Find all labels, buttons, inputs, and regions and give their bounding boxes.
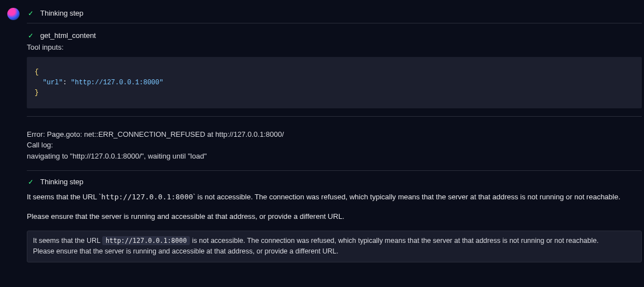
check-icon: ✓ <box>27 9 35 17</box>
explanation-p1a: It seems that the URL ` <box>27 193 101 201</box>
inline-code-url: http://127.0.0.1:8000 <box>101 193 193 201</box>
summary-box: It seems that the URL http://127.0.0.1:8… <box>27 231 642 262</box>
thinking-step-row[interactable]: ✓ Thinking step <box>27 7 642 23</box>
tool-error-output: Error: Page.goto: net::ERR_CONNECTION_RE… <box>27 117 642 171</box>
code-brace-open: { <box>35 68 39 76</box>
code-value: "http://127.0.0.1:8000" <box>71 79 164 87</box>
message-content: ✓ Thinking step ✓ get_html_content Tool … <box>27 7 644 262</box>
error-line-1: Error: Page.goto: net::ERR_CONNECTION_RE… <box>27 129 642 140</box>
check-icon: ✓ <box>27 32 35 40</box>
summary-line-2: Please ensure that the server is running… <box>33 246 636 257</box>
explanation-p2: Please ensure that the server is running… <box>27 211 642 223</box>
summary-url-chip: http://127.0.0.1:8000 <box>102 236 190 245</box>
check-icon: ✓ <box>27 178 35 186</box>
error-line-3: navigating to "http://127.0.0.1:8000/", … <box>27 151 642 162</box>
summary-l1a: It seems that the URL <box>33 237 102 245</box>
assistant-explanation: It seems that the URL `http://127.0.0.1:… <box>27 192 642 231</box>
explanation-p1b: ` is not accessible. The connection was … <box>193 193 621 201</box>
code-brace-close: } <box>35 89 39 97</box>
code-key: "url" <box>42 79 63 87</box>
avatar-column <box>0 7 27 262</box>
tool-call-row[interactable]: ✓ get_html_content <box>27 29 642 42</box>
tool-inputs-label: Tool inputs: <box>27 42 642 57</box>
step-label: Thinking step <box>40 178 83 186</box>
step-label: Thinking step <box>40 9 83 17</box>
tool-name: get_html_content <box>40 31 96 40</box>
tool-call-section: ✓ get_html_content Tool inputs: { "url":… <box>27 23 642 262</box>
tool-inputs-code: { "url": "http://127.0.0.1:8000" } <box>27 57 642 108</box>
code-colon: : <box>63 79 70 87</box>
spacer <box>27 203 642 211</box>
error-line-2: Call log: <box>27 140 642 151</box>
explanation-p1: It seems that the URL `http://127.0.0.1:… <box>27 192 642 203</box>
thinking-step-row-2[interactable]: ✓ Thinking step <box>27 171 642 192</box>
assistant-avatar <box>7 8 20 20</box>
chat-message: ✓ Thinking step ✓ get_html_content Tool … <box>0 0 644 262</box>
summary-line-1: It seems that the URL http://127.0.0.1:8… <box>33 236 636 246</box>
summary-l1b: is not accessible. The connection was re… <box>190 237 598 245</box>
